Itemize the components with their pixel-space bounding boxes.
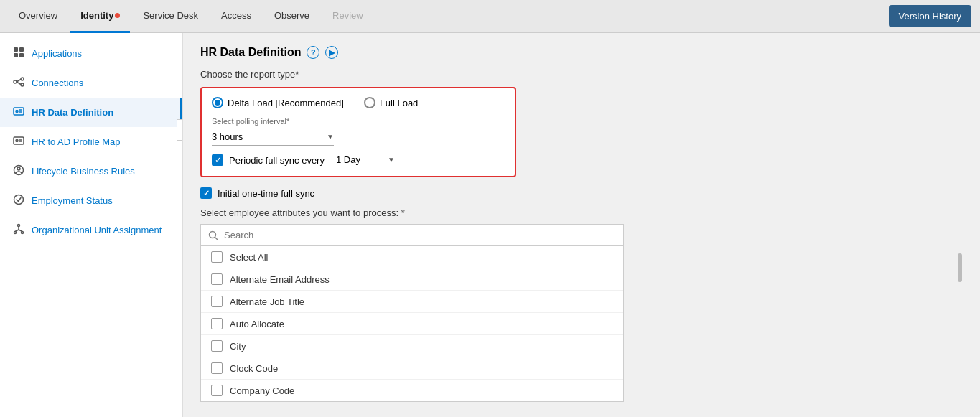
profile-map-icon <box>13 135 24 149</box>
delta-load-radio[interactable] <box>212 97 223 108</box>
search-input[interactable] <box>224 230 616 240</box>
city-label: City <box>230 341 246 352</box>
page-title-text: HR Data Definition <box>200 46 301 59</box>
person-circle-icon <box>13 164 24 178</box>
initial-sync-checkbox[interactable] <box>200 187 212 199</box>
auto-allocate-checkbox[interactable] <box>211 318 223 329</box>
clock-code-checkbox[interactable] <box>211 362 223 374</box>
city-checkbox[interactable] <box>211 340 223 352</box>
sync-label: Periodic full sync every <box>229 155 325 166</box>
select-all-checkbox[interactable] <box>211 251 223 263</box>
page-title: HR Data Definition ? ▶ <box>200 46 963 59</box>
sidebar-hr-to-ad-label: HR to AD Profile Map <box>32 136 121 147</box>
nav-identity-label: Identity <box>80 10 113 21</box>
company-code-checkbox[interactable] <box>211 385 223 396</box>
sidebar-applications-label: Applications <box>32 48 82 59</box>
attr-item-alternate-email[interactable]: Alternate Email Address <box>201 268 623 291</box>
full-load-radio[interactable] <box>364 97 375 108</box>
nav-observe[interactable]: Observe <box>264 0 319 33</box>
polling-value: 3 hours <box>212 131 243 142</box>
sidebar-collapse-button[interactable]: ‹ <box>177 119 183 141</box>
initial-sync-label: Initial one-time full sync <box>218 188 314 199</box>
attr-item-select-all[interactable]: Select All <box>201 246 623 268</box>
nav-identity[interactable]: Identity <box>70 0 130 33</box>
sync-value: 1 Day <box>336 154 360 165</box>
svg-point-5 <box>21 78 24 80</box>
full-load-label: Full Load <box>380 98 418 108</box>
nav-review[interactable]: Review <box>322 0 373 33</box>
info-icon[interactable]: ? <box>307 46 319 59</box>
auto-allocate-label: Auto Allocate <box>230 319 284 329</box>
layout: Applications Connections HR Data Definit… <box>0 33 980 417</box>
svg-point-10 <box>16 111 18 113</box>
radio-row: Delta Load [Recommended] Full Load <box>212 97 505 108</box>
initial-sync-row: Initial one-time full sync <box>200 187 963 199</box>
attributes-label: Select employee attributes you want to p… <box>200 207 963 218</box>
svg-point-21 <box>18 225 20 227</box>
full-load-option[interactable]: Full Load <box>364 97 418 108</box>
clock-code-label: Clock Code <box>230 363 278 374</box>
sidebar-item-employment-status[interactable]: Employment Status <box>0 186 182 215</box>
sidebar-employment-status-label: Employment Status <box>32 195 113 206</box>
svg-rect-14 <box>14 137 24 144</box>
sidebar-item-hr-to-ad[interactable]: HR to AD Profile Map <box>0 127 182 156</box>
grid-icon <box>13 47 24 60</box>
attributes-list-container: Select All Alternate Email Address Alter… <box>200 246 963 402</box>
svg-point-20 <box>14 195 24 205</box>
sidebar-org-unit-label: Organizational Unit Assignment <box>32 225 162 235</box>
sidebar-item-connections[interactable]: Connections <box>0 68 182 98</box>
polling-interval-dropdown[interactable]: 3 hours ▼ <box>212 128 334 146</box>
sidebar-hr-data-definition-label: HR Data Definition <box>32 107 113 118</box>
sidebar-item-applications[interactable]: Applications <box>0 39 182 68</box>
main-content: HR Data Definition ? ▶ Choose the report… <box>183 33 980 417</box>
sidebar-lifecycle-label: Lifecycle Business Rules <box>32 166 135 177</box>
alternate-email-checkbox[interactable] <box>211 273 223 285</box>
delta-load-option[interactable]: Delta Load [Recommended] <box>212 97 344 108</box>
org-icon <box>13 223 24 237</box>
nav-overview[interactable]: Overview <box>9 0 67 33</box>
play-icon[interactable]: ▶ <box>325 46 338 59</box>
version-history-button[interactable]: Version History <box>889 5 971 27</box>
svg-rect-0 <box>14 47 18 52</box>
nav-access[interactable]: Access <box>211 0 261 33</box>
svg-point-6 <box>21 83 24 86</box>
sync-interval-dropdown[interactable]: 1 Day ▼ <box>333 153 398 167</box>
nav-review-label: Review <box>332 10 363 21</box>
id-card-icon <box>13 106 24 119</box>
nav-overview-label: Overview <box>19 10 57 21</box>
svg-point-15 <box>16 140 18 142</box>
attr-item-clock-code[interactable]: Clock Code <box>201 357 623 380</box>
search-box <box>200 224 624 246</box>
attr-item-alternate-job[interactable]: Alternate Job Title <box>201 291 623 313</box>
sidebar-item-hr-data-definition[interactable]: HR Data Definition <box>0 98 182 127</box>
svg-rect-2 <box>14 53 18 57</box>
svg-point-23 <box>22 232 24 234</box>
svg-line-7 <box>17 80 21 83</box>
alternate-email-label: Alternate Email Address <box>230 274 330 285</box>
svg-point-4 <box>14 80 17 83</box>
svg-line-8 <box>17 82 21 85</box>
svg-point-27 <box>210 231 216 238</box>
report-type-label: Choose the report type* <box>200 69 963 80</box>
sidebar-item-lifecycle[interactable]: Lifecycle Business Rules <box>0 156 182 186</box>
sidebar-item-org-unit[interactable]: Organizational Unit Assignment <box>0 215 182 245</box>
nav-service-desk[interactable]: Service Desk <box>133 0 208 33</box>
connect-icon <box>13 76 24 90</box>
periodic-sync-checkbox[interactable] <box>212 154 223 166</box>
svg-point-22 <box>14 232 17 234</box>
scrollbar-indicator <box>958 253 962 282</box>
attr-item-city[interactable]: City <box>201 335 623 357</box>
nav-items: Overview Identity Service Desk Access Ob… <box>9 0 889 33</box>
polling-label: Select polling interval* <box>212 117 505 126</box>
attr-item-company-code[interactable]: Company Code <box>201 380 623 401</box>
svg-line-26 <box>19 230 22 232</box>
alternate-job-checkbox[interactable] <box>211 296 223 307</box>
svg-line-28 <box>215 237 218 240</box>
select-all-label: Select All <box>230 252 268 263</box>
sidebar: Applications Connections HR Data Definit… <box>0 33 183 417</box>
check-circle-icon <box>13 194 24 207</box>
alternate-job-label: Alternate Job Title <box>230 296 304 307</box>
attr-item-auto-allocate[interactable]: Auto Allocate <box>201 313 623 335</box>
delta-load-label: Delta Load [Recommended] <box>228 98 344 108</box>
sync-row: Periodic full sync every 1 Day ▼ <box>212 153 505 167</box>
